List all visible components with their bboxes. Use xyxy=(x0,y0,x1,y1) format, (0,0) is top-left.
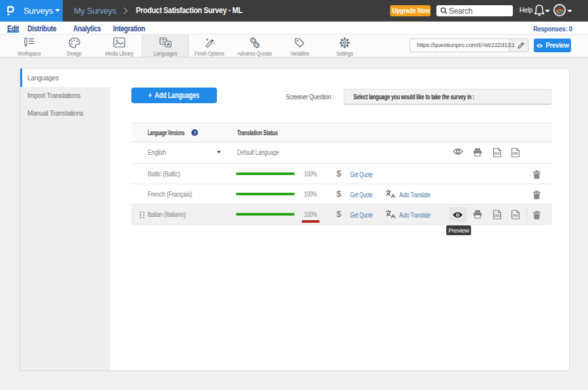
svg-text:DOC: DOC xyxy=(494,152,500,155)
svg-text:A: A xyxy=(391,212,395,219)
svg-text:PDF: PDF xyxy=(513,152,519,155)
svg-text:DOC: DOC xyxy=(494,214,500,218)
svg-text:A: A xyxy=(166,41,170,47)
svg-text:A: A xyxy=(391,192,395,199)
svg-text:PDF: PDF xyxy=(513,214,519,218)
